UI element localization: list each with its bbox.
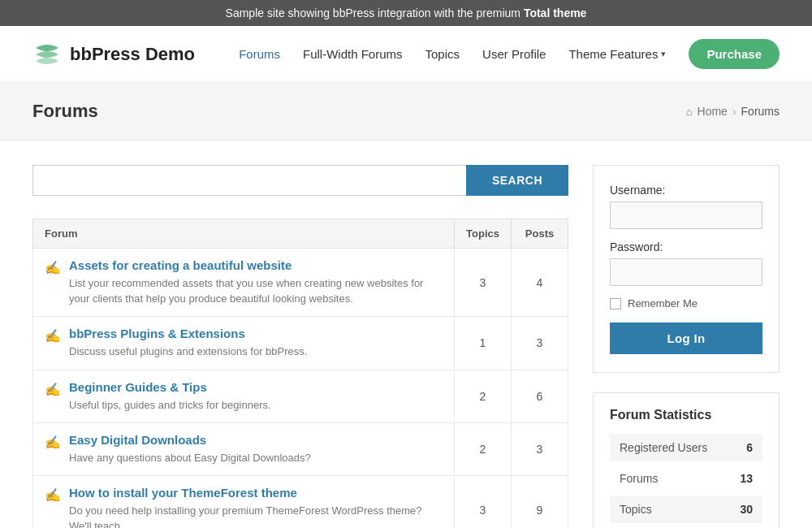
forum-info: Easy Digital Downloads Have any question… xyxy=(69,433,311,465)
header: bbPress Demo Forums Full-Width Forums To… xyxy=(0,26,812,83)
main-container: SEARCH Forum Topics Posts ✍ Assets for c… xyxy=(0,141,812,528)
posts-col-header: Posts xyxy=(512,219,568,249)
forum-info: Assets for creating a beautiful website … xyxy=(69,258,443,306)
breadcrumb-home-link[interactable]: Home xyxy=(698,105,728,118)
forum-desc: Discuss useful plugins and extensions fo… xyxy=(69,345,307,357)
left-column: SEARCH Forum Topics Posts ✍ Assets for c… xyxy=(32,165,568,528)
home-icon: ⌂ xyxy=(686,106,693,118)
forum-bubble-icon: ✍ xyxy=(45,260,61,275)
top-bar: Sample site showing bbPress integration … xyxy=(0,0,812,26)
topics-col-header: Topics xyxy=(455,219,512,249)
posts-cell: 9 xyxy=(512,475,568,528)
forum-desc: Do you need help installing your premium… xyxy=(69,504,422,528)
forum-link[interactable]: Easy Digital Downloads xyxy=(69,433,311,447)
forum-desc: Have any questions about Easy Digital Do… xyxy=(69,452,311,464)
table-row: ✍ Easy Digital Downloads Have any questi… xyxy=(33,422,568,475)
purchase-button[interactable]: Purchase xyxy=(689,39,780,69)
remember-me-checkbox[interactable] xyxy=(610,298,621,309)
nav-theme-features-label: Theme Features xyxy=(568,47,658,61)
password-input[interactable] xyxy=(610,258,762,286)
forum-name-cell: ✍ Beginner Guides & Tips Useful tips, gu… xyxy=(45,380,443,413)
search-input[interactable] xyxy=(32,165,466,196)
forum-bubble-icon: ✍ xyxy=(45,435,61,450)
forum-desc: List your recommended assets that you us… xyxy=(69,277,423,305)
table-row: ✍ Beginner Guides & Tips Useful tips, gu… xyxy=(33,370,568,422)
breadcrumb-separator: › xyxy=(732,105,736,118)
nav-topics[interactable]: Topics xyxy=(425,47,460,61)
right-column: Username: Password: Remember Me Log In F… xyxy=(593,165,780,528)
forum-link[interactable]: How to install your ThemeForest theme xyxy=(69,486,443,500)
stats-title: Forum Statistics xyxy=(610,408,762,422)
topics-cell: 1 xyxy=(455,317,512,370)
login-box: Username: Password: Remember Me Log In xyxy=(593,165,780,373)
nav-forums[interactable]: Forums xyxy=(239,47,280,61)
posts-cell: 3 xyxy=(512,422,568,475)
forum-stats-box: Forum Statistics Registered Users 6 Foru… xyxy=(593,392,780,528)
forum-col-header: Forum xyxy=(33,219,455,249)
stats-row: Registered Users 6 xyxy=(610,434,762,461)
forum-bubble-icon: ✍ xyxy=(45,487,61,503)
stats-label: Registered Users xyxy=(620,441,707,454)
remember-me-label: Remember Me xyxy=(628,297,698,309)
username-label: Username: xyxy=(610,184,762,197)
logo[interactable]: bbPress Demo xyxy=(32,40,195,69)
posts-cell: 4 xyxy=(512,249,568,317)
forum-link[interactable]: bbPress Plugins & Extensions xyxy=(69,327,307,340)
forum-cell: ✍ Beginner Guides & Tips Useful tips, gu… xyxy=(33,370,455,422)
logo-icon xyxy=(32,40,62,69)
nav-full-width-forums[interactable]: Full-Width Forums xyxy=(303,47,403,61)
stats-value: 6 xyxy=(746,441,753,454)
forum-cell: ✍ Assets for creating a beautiful websit… xyxy=(33,249,455,317)
logo-text: bbPress Demo xyxy=(70,44,195,65)
topics-cell: 3 xyxy=(455,249,512,317)
table-row: ✍ How to install your ThemeForest theme … xyxy=(33,475,568,528)
forum-link[interactable]: Assets for creating a beautiful website xyxy=(69,258,443,272)
forum-info: Beginner Guides & Tips Useful tips, guid… xyxy=(69,380,271,413)
top-bar-text: Sample site showing bbPress integration … xyxy=(226,6,524,19)
forum-table: Forum Topics Posts ✍ Assets for creating… xyxy=(32,219,568,528)
stats-value: 30 xyxy=(740,503,753,516)
top-bar-brand: Total theme xyxy=(524,6,587,19)
forum-bubble-icon: ✍ xyxy=(45,328,61,344)
stats-row: Topics 30 xyxy=(610,496,762,523)
forum-desc: Useful tips, guides and tricks for begin… xyxy=(69,399,271,411)
breadcrumb-section: Forums ⌂ Home › Forums xyxy=(0,83,812,141)
forum-name-cell: ✍ bbPress Plugins & Extensions Discuss u… xyxy=(45,327,443,359)
nav-user-profile[interactable]: User Profile xyxy=(482,47,546,61)
topics-cell: 2 xyxy=(455,370,512,422)
topics-cell: 3 xyxy=(455,475,512,528)
breadcrumb-current: Forums xyxy=(741,105,780,118)
search-button[interactable]: SEARCH xyxy=(466,165,568,196)
forum-name-cell: ✍ How to install your ThemeForest theme … xyxy=(45,486,443,528)
forum-info: How to install your ThemeForest theme Do… xyxy=(69,486,443,528)
nav-theme-features[interactable]: Theme Features ▾ xyxy=(568,47,666,61)
posts-cell: 3 xyxy=(512,317,568,370)
remember-me-row: Remember Me xyxy=(610,297,762,309)
posts-cell: 6 xyxy=(512,370,568,422)
stats-label: Topics xyxy=(620,503,652,516)
stats-row: Forums 13 xyxy=(610,465,762,492)
login-button[interactable]: Log In xyxy=(610,322,762,354)
table-row: ✍ bbPress Plugins & Extensions Discuss u… xyxy=(33,317,568,370)
forum-link[interactable]: Beginner Guides & Tips xyxy=(69,380,271,394)
forum-name-cell: ✍ Assets for creating a beautiful websit… xyxy=(45,258,443,306)
topics-cell: 2 xyxy=(455,422,512,475)
forum-name-cell: ✍ Easy Digital Downloads Have any questi… xyxy=(45,433,443,465)
forum-info: bbPress Plugins & Extensions Discuss use… xyxy=(69,327,307,359)
breadcrumb: ⌂ Home › Forums xyxy=(686,105,780,118)
password-label: Password: xyxy=(610,240,762,253)
stats-label: Forums xyxy=(620,472,658,485)
forum-cell: ✍ How to install your ThemeForest theme … xyxy=(33,475,455,528)
table-row: ✍ Assets for creating a beautiful websit… xyxy=(33,249,568,317)
stats-value: 13 xyxy=(740,472,753,485)
forum-cell: ✍ Easy Digital Downloads Have any questi… xyxy=(33,422,455,475)
username-input[interactable] xyxy=(610,201,762,229)
page-title: Forums xyxy=(32,101,98,122)
forum-cell: ✍ bbPress Plugins & Extensions Discuss u… xyxy=(33,317,455,370)
forum-bubble-icon: ✍ xyxy=(45,382,61,397)
search-row: SEARCH xyxy=(32,165,568,196)
chevron-down-icon: ▾ xyxy=(661,49,666,59)
main-nav: Forums Full-Width Forums Topics User Pro… xyxy=(239,39,780,69)
